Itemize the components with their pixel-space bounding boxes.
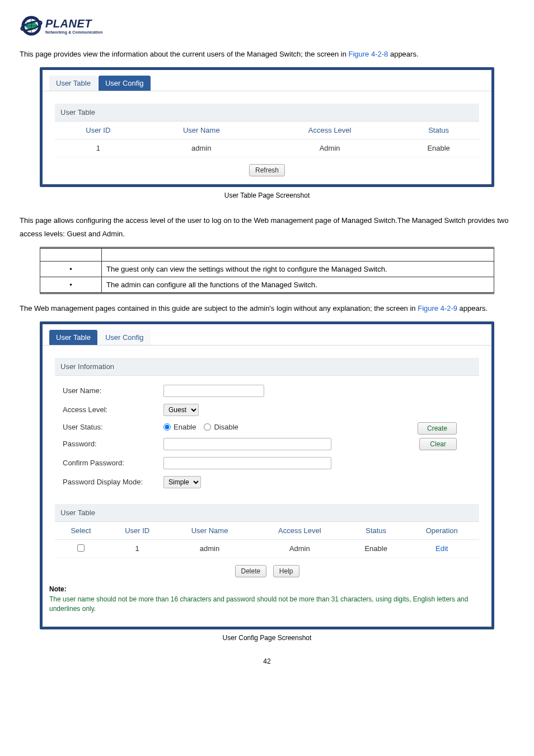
figure-link-429[interactable]: Figure 4-2-9 (418, 304, 457, 312)
table-row: • The admin can configure all the functi… (40, 277, 494, 293)
label-user-status: User Status: (63, 423, 163, 431)
password-display-mode-select[interactable]: Simple (163, 476, 201, 488)
tab-user-table[interactable]: User Table (49, 76, 97, 91)
brand-logo: PLANET Networking & Communication (20, 14, 514, 38)
col-user-name: User Name (142, 122, 261, 139)
col-select: Select (55, 522, 107, 540)
figure-link-428[interactable]: Figure 4-2-8 (349, 50, 388, 58)
help-button[interactable]: Help (273, 565, 299, 577)
user-config-screenshot: User Table User Config User Information … (40, 321, 494, 630)
intro-text-1: This page provides view the information … (20, 48, 514, 62)
brand-name: PLANET (45, 18, 103, 29)
clear-button[interactable]: Clear (419, 438, 457, 450)
col-user-id: User ID (107, 522, 167, 540)
username-input[interactable] (163, 385, 264, 397)
radio-disable[interactable]: Disable (204, 423, 238, 431)
note-block: Note: The user name should not be more t… (49, 585, 485, 614)
note-title: Note: (49, 585, 485, 593)
label-username: User Name: (63, 386, 163, 395)
col-user-name: User Name (167, 522, 251, 540)
user-table-2: Select User ID User Name Access Level St… (55, 522, 479, 558)
bullet-icon: • (40, 277, 102, 293)
label-confirm-password: Confirm Password: (63, 459, 163, 467)
tab-user-config[interactable]: User Config (99, 330, 151, 345)
col-status: Status (348, 522, 404, 540)
admin-description: The admin can configure all the function… (102, 277, 494, 293)
col-access-level: Access Level (252, 522, 348, 540)
user-table-screenshot: User Table User Config User Table User I… (40, 67, 494, 187)
user-table: User ID User Name Access Level Status 1 … (55, 122, 479, 157)
radio-enable[interactable]: Enable (163, 423, 196, 431)
row-select-checkbox[interactable] (77, 544, 85, 552)
col-status: Status (398, 122, 479, 139)
bullet-icon: • (40, 262, 102, 277)
tab-user-table[interactable]: User Table (49, 330, 97, 345)
tab-user-config[interactable]: User Config (99, 76, 151, 91)
section-user-table: User Table (55, 104, 479, 122)
intro-text-3: The Web management pages contained in th… (20, 302, 514, 316)
table-row: 1 admin Admin Enable (55, 139, 479, 157)
label-password: Password: (63, 440, 163, 448)
confirm-password-input[interactable] (163, 457, 331, 469)
figure-caption-2: User Config Page Screenshot (20, 634, 514, 642)
guest-description: The guest only can view the settings wit… (102, 262, 494, 277)
brand-tagline: Networking & Communication (45, 30, 103, 34)
refresh-button[interactable]: Refresh (249, 164, 285, 176)
label-password-display-mode: Password Display Mode: (63, 478, 163, 486)
section-user-table-2: User Table (55, 504, 479, 522)
table-row: 1 admin Admin Enable Edit (55, 539, 479, 558)
figure-caption-1: User Table Page Screenshot (20, 192, 514, 199)
col-operation: Operation (404, 522, 479, 540)
label-access-level: Access Level: (63, 405, 163, 414)
user-info-form: User Name: Access Level: Guest User Stat… (55, 381, 479, 492)
intro-text-2: This page allows configuring the access … (20, 214, 514, 241)
table-row: • The guest only can view the settings w… (40, 262, 494, 277)
create-button[interactable]: Create (418, 422, 457, 435)
access-level-table: • The guest only can view the settings w… (40, 247, 494, 294)
password-input[interactable] (163, 438, 331, 450)
note-body: The user name should not be more than 16… (49, 595, 485, 614)
edit-link[interactable]: Edit (435, 544, 448, 553)
page-number: 42 (20, 657, 514, 665)
col-access-level: Access Level (261, 122, 398, 139)
col-user-id: User ID (55, 122, 142, 139)
access-level-select[interactable]: Guest (163, 404, 199, 416)
section-user-information: User Information (55, 358, 479, 376)
delete-button[interactable]: Delete (235, 565, 267, 577)
planet-globe-icon (20, 14, 43, 38)
